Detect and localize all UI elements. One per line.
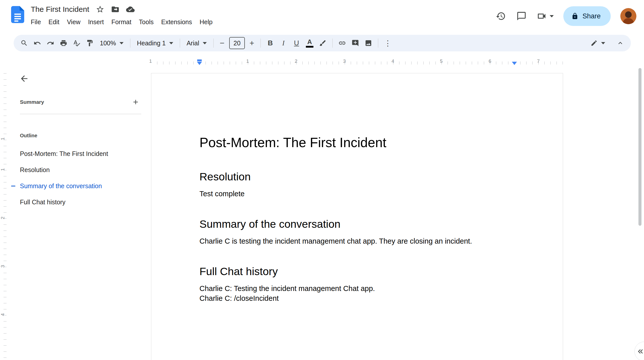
add-summary-icon[interactable] — [130, 96, 141, 108]
first-line-indent-marker[interactable] — [197, 59, 202, 61]
move-folder-icon[interactable] — [111, 5, 120, 14]
zoom-select[interactable]: 100% — [96, 37, 127, 50]
ruler-number: 2 — [295, 58, 298, 64]
spellcheck-icon[interactable] — [70, 37, 83, 50]
chevron-down-icon — [601, 42, 605, 44]
menu-help[interactable]: Help — [196, 17, 216, 27]
italic-button[interactable]: I — [277, 37, 290, 50]
chevron-down-icon — [203, 42, 207, 44]
menu-edit[interactable]: Edit — [45, 17, 63, 27]
ruler-number: 1 — [246, 58, 249, 64]
bold-button[interactable]: B — [264, 37, 277, 50]
share-button[interactable]: Share — [563, 6, 611, 26]
underline-button[interactable]: U — [290, 37, 303, 50]
outline-sidebar: Summary Outline Post-Mortem: The First I… — [9, 68, 150, 210]
toolbar-separator — [180, 39, 180, 48]
ruler-number: 1 — [0, 167, 6, 173]
vertical-scrollbar[interactable] — [638, 68, 641, 226]
ruler-number: 1 — [149, 58, 152, 64]
menu-format[interactable]: Format — [108, 17, 135, 27]
ruler-number: 4 — [392, 58, 394, 64]
add-comment-icon[interactable] — [349, 37, 362, 50]
menu-bar: File Edit View Insert Format Tools Exten… — [27, 17, 216, 27]
version-history-icon[interactable] — [495, 11, 506, 22]
text-color-button[interactable]: A — [303, 37, 316, 50]
ruler-ticks — [151, 61, 563, 64]
more-options-button[interactable]: ⋮ — [381, 37, 394, 50]
comments-icon[interactable] — [516, 11, 527, 22]
ruler-number: 3 — [343, 58, 346, 64]
text-color-swatch — [306, 46, 313, 48]
menu-view[interactable]: View — [63, 17, 84, 27]
toolbar-separator — [260, 39, 261, 48]
ruler-number: 4 — [0, 312, 6, 318]
editing-mode-select[interactable] — [587, 37, 609, 50]
document-body[interactable]: Post-Mortem: The First Incident Resoluti… — [151, 73, 563, 303]
star-icon[interactable] — [96, 5, 104, 14]
chevron-down-icon — [169, 42, 173, 44]
font-family-select[interactable]: Arial — [183, 37, 210, 50]
insert-link-icon[interactable] — [336, 37, 349, 50]
outline-list: Post-Mortem: The First Incident Resoluti… — [9, 146, 150, 210]
collapse-panel-button[interactable] — [634, 342, 644, 360]
share-label: Share — [582, 12, 601, 20]
outline-item-active[interactable]: Summary of the conversation — [9, 178, 150, 194]
paint-format-icon[interactable] — [83, 37, 96, 50]
chevron-down-icon — [120, 42, 124, 44]
avatar[interactable] — [620, 8, 636, 24]
ruler-number: 6 — [489, 58, 491, 64]
document-title[interactable]: The First Incident — [31, 5, 89, 14]
right-indent-marker[interactable] — [512, 62, 517, 65]
undo-icon[interactable] — [31, 37, 44, 50]
doc-paragraph[interactable]: Charlie C: /closeIncident — [199, 293, 515, 303]
collapse-toolbar-icon[interactable] — [614, 37, 627, 50]
title-area: The First Incident File Edit View Insert… — [31, 3, 216, 27]
back-arrow-icon[interactable] — [16, 71, 32, 87]
docs-logo-icon[interactable] — [11, 6, 24, 24]
chevron-down-icon — [550, 15, 554, 17]
vertical-ruler: 1 1 2 3 4 — [0, 68, 9, 360]
paragraph-style-select[interactable]: Heading 1 — [133, 37, 177, 50]
outline-label: Outline — [20, 133, 150, 139]
doc-heading-2[interactable]: Summary of the conversation — [199, 217, 515, 231]
font-family-value: Arial — [187, 40, 199, 47]
insert-image-icon[interactable] — [362, 37, 375, 50]
pencil-icon — [591, 40, 598, 47]
header-actions: Share — [495, 6, 636, 26]
ruler-number: 5 — [440, 58, 443, 64]
decrease-font-size-button[interactable]: − — [217, 37, 228, 50]
summary-label: Summary — [20, 99, 44, 105]
ruler-number: 7 — [537, 58, 540, 64]
left-indent-marker[interactable] — [197, 62, 202, 65]
redo-icon[interactable] — [44, 37, 57, 50]
highlight-color-icon[interactable] — [316, 37, 329, 50]
doc-paragraph[interactable]: Charlie C: Testing the incident manageme… — [199, 284, 515, 293]
outline-item[interactable]: Post-Mortem: The First Incident — [9, 146, 150, 162]
menu-file[interactable]: File — [27, 17, 45, 27]
increase-font-size-button[interactable]: + — [246, 37, 257, 50]
print-icon[interactable] — [57, 37, 70, 50]
horizontal-ruler: 1 1 2 3 4 5 6 7 — [0, 57, 644, 67]
toolbar-separator — [332, 39, 333, 48]
outline-item[interactable]: Resolution — [9, 162, 150, 178]
outline-item[interactable]: Full Chat history — [9, 194, 150, 210]
paragraph-style-value: Heading 1 — [137, 40, 166, 47]
document-page[interactable]: Post-Mortem: The First Incident Resoluti… — [151, 73, 563, 360]
menu-insert[interactable]: Insert — [84, 17, 108, 27]
doc-paragraph[interactable]: Test complete — [199, 189, 515, 199]
lock-icon — [571, 13, 578, 20]
meet-video-button[interactable] — [537, 11, 554, 21]
ruler-number: 2 — [0, 215, 6, 221]
menu-tools[interactable]: Tools — [135, 17, 157, 27]
search-icon[interactable] — [18, 37, 31, 50]
doc-heading-1[interactable]: Post-Mortem: The First Incident — [199, 134, 515, 151]
menu-extensions[interactable]: Extensions — [157, 17, 196, 27]
ruler-number: 3 — [0, 263, 6, 269]
doc-heading-2[interactable]: Resolution — [199, 170, 515, 184]
font-size-input[interactable]: 20 — [229, 37, 245, 49]
zoom-value: 100% — [100, 40, 116, 47]
double-chevron-left-icon — [636, 347, 644, 356]
doc-heading-2[interactable]: Full Chat history — [199, 264, 515, 279]
doc-paragraph[interactable]: Charlie C is testing the incident manage… — [199, 236, 515, 246]
cloud-status-icon[interactable] — [126, 5, 135, 14]
